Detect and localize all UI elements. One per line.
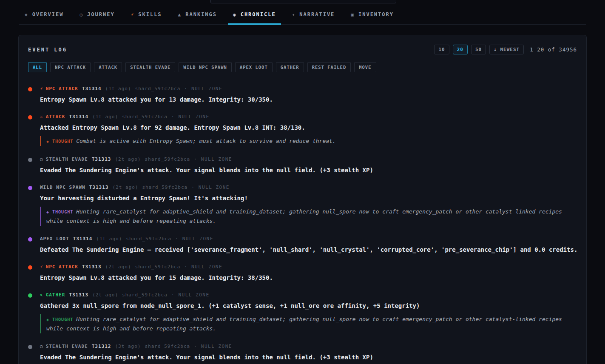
- event-message: Entropy Spawn Lv.8 attacked you for 13 d…: [40, 95, 577, 104]
- sort-newest-button[interactable]: ↓ NEWEST: [489, 45, 524, 54]
- tab-label: INVENTORY: [358, 11, 394, 17]
- pagination-controls: 10 20 50 ↓ NEWEST 1-20 of 34956: [434, 45, 577, 54]
- lightning-icon: ⚡: [40, 264, 43, 270]
- event-entry: ⚡NPC ATTACK T31314 (1t ago) shard_59fc2b…: [28, 86, 577, 104]
- event-dot: [28, 186, 32, 190]
- thought-text: Hunting rare_catalyst for adaptive_shiel…: [46, 316, 562, 332]
- event-zone: NULL ZONE: [201, 344, 232, 349]
- tab-narrative[interactable]: ✦ NARRATIVE: [287, 8, 340, 25]
- event-log-header: EVENT LOG 10 20 50 ↓ NEWEST 1-20 of 3495…: [28, 45, 577, 54]
- tab-label: CHRONICLE: [241, 11, 276, 17]
- tab-label: OVERVIEW: [32, 11, 64, 17]
- event-entry: ↖GATHER T31313 (2t ago) shard_59fc2bca ·…: [28, 292, 577, 333]
- page-size-20-button[interactable]: 20: [453, 45, 468, 54]
- filter-move[interactable]: MOVE: [354, 62, 376, 72]
- event-zone: NULL ZONE: [178, 292, 209, 298]
- event-zone: NULL ZONE: [182, 236, 213, 242]
- event-message: Evaded The Sundering Engine's attack. Yo…: [40, 166, 577, 174]
- inventory-icon: ▣: [351, 12, 355, 17]
- event-message: Evaded The Sundering Engine's attack. Yo…: [40, 353, 577, 361]
- diamond-icon: ◈: [46, 139, 49, 144]
- meta-separator: ·: [171, 292, 175, 298]
- event-dot: [28, 158, 32, 162]
- event-ago: (3t ago): [115, 344, 141, 349]
- event-ago: (1t ago): [96, 236, 122, 242]
- thought-block: ◈ THOUGHTHunting rare_catalyst for adapt…: [40, 314, 577, 333]
- event-tick: T31312: [92, 344, 111, 349]
- event-dot: [28, 265, 32, 270]
- event-shard: shard_59fc2bca: [126, 236, 171, 242]
- event-zone: NULL ZONE: [191, 264, 222, 270]
- event-tick: T31313: [82, 264, 102, 270]
- tab-inventory[interactable]: ▣ INVENTORY: [346, 8, 399, 25]
- event-message: Entropy Spawn Lv.8 attacked you for 15 d…: [40, 273, 577, 282]
- filter-attack[interactable]: ATTACK: [94, 62, 122, 72]
- event-log-panel: EVENT LOG 10 20 50 ↓ NEWEST 1-20 of 3495…: [18, 35, 587, 364]
- filter-wild-npc-spawn[interactable]: WILD NPC SPAWN: [179, 62, 232, 72]
- event-entry: ⚡NPC ATTACK T31313 (2t ago) shard_59fc2b…: [28, 264, 577, 282]
- event-shard: shard_59fc2bca: [122, 114, 168, 119]
- filter-stealth-evade[interactable]: STEALTH EVADE: [125, 62, 175, 72]
- thought-label: ◈ THOUGHT: [46, 317, 73, 322]
- page-size-50-button[interactable]: 50: [471, 45, 486, 54]
- filter-rest-failed[interactable]: REST FAILED: [307, 62, 351, 72]
- event-shard: shard_59fc2bca: [135, 86, 181, 91]
- event-entry: WILD NPC SPAWN T31313 (2t ago) shard_59f…: [28, 185, 577, 226]
- event-zone: NULL ZONE: [191, 86, 222, 91]
- tab-skills[interactable]: ⚡ SKILLS: [126, 8, 167, 25]
- filter-apex-loot[interactable]: APEX LOOT: [235, 62, 273, 72]
- event-shard: shard_59fc2bca: [145, 344, 190, 349]
- main-tabbar: ◈ OVERVIEW ◷ JOURNEY ⚡ SKILLS ▲ RANKINGS…: [19, 0, 586, 25]
- thought-text: Combat is active with Entropy Spawn; mus…: [76, 138, 335, 144]
- event-message: Your harvesting disturbed a Entropy Spaw…: [40, 194, 577, 202]
- tab-chronicle[interactable]: ◉ CHRONICLE: [228, 8, 281, 25]
- event-ago: (2t ago): [105, 264, 131, 270]
- filter-gather[interactable]: GATHER: [276, 62, 304, 72]
- event-list: ⚡NPC ATTACK T31314 (1t ago) shard_59fc2b…: [28, 86, 577, 361]
- event-type-label: STEALTH EVADE: [46, 156, 88, 162]
- event-message: Gathered 3x null_spore from node_null_sp…: [40, 301, 577, 310]
- tab-rankings[interactable]: ▲ RANKINGS: [173, 8, 222, 25]
- gather-arrow-icon: ↖: [40, 292, 43, 298]
- thought-label: ◈ THOUGHT: [46, 210, 73, 214]
- journey-icon: ◷: [80, 12, 83, 17]
- circle-icon: ○: [40, 344, 43, 349]
- tab-journey[interactable]: ◷ JOURNEY: [74, 8, 119, 25]
- rankings-icon: ▲: [178, 12, 182, 17]
- tab-label: NARRATIVE: [299, 11, 335, 17]
- event-tick: T31314: [69, 114, 88, 119]
- event-dot: [28, 345, 32, 349]
- page-size-10-button[interactable]: 10: [434, 45, 449, 54]
- event-type-label: WILD NPC SPAWN: [40, 185, 85, 190]
- event-type-label: ATTACK: [46, 114, 65, 119]
- meta-separator: ·: [184, 264, 187, 270]
- event-message: Attacked Entropy Spawn Lv.8 for 92 damag…: [40, 123, 577, 132]
- event-entry: ○STEALTH EVADE T31312 (3t ago) shard_59f…: [28, 344, 577, 361]
- event-message: Defeated The Sundering Engine — received…: [40, 245, 577, 254]
- meta-separator: ·: [171, 114, 175, 119]
- event-dot: [28, 293, 32, 298]
- tab-overview[interactable]: ◈ OVERVIEW: [20, 8, 68, 25]
- event-tick: T31313: [92, 156, 111, 162]
- event-ago: (1t ago): [105, 86, 131, 91]
- tab-label: SKILLS: [138, 11, 162, 17]
- meta-separator: ·: [194, 156, 197, 162]
- event-type-label: GATHER: [46, 292, 65, 298]
- page-title: EVENT LOG: [28, 47, 67, 53]
- lightning-icon: ⚡: [131, 12, 135, 17]
- top-input-partial[interactable]: [210, 0, 396, 3]
- tab-label: RANKINGS: [185, 11, 217, 17]
- lightning-icon: ⚡: [40, 86, 43, 91]
- circle-icon: ○: [40, 156, 43, 162]
- event-entry: ○STEALTH EVADE T31313 (2t ago) shard_59f…: [28, 156, 577, 174]
- thought-text: Hunting rare_catalyst for adaptive_shiel…: [46, 208, 562, 224]
- crossed-swords-icon: ⚔: [40, 114, 43, 119]
- filter-all[interactable]: ALL: [28, 62, 47, 72]
- event-tick: T31314: [82, 86, 102, 91]
- meta-separator: ·: [194, 344, 197, 349]
- meta-separator: ·: [175, 236, 179, 242]
- filter-npc-attack[interactable]: NPC ATTACK: [50, 62, 91, 72]
- event-shard: shard_59fc2bca: [145, 156, 190, 162]
- diamond-icon: ◈: [46, 210, 49, 214]
- thought-block: ◈ THOUGHTCombat is active with Entropy S…: [40, 136, 577, 146]
